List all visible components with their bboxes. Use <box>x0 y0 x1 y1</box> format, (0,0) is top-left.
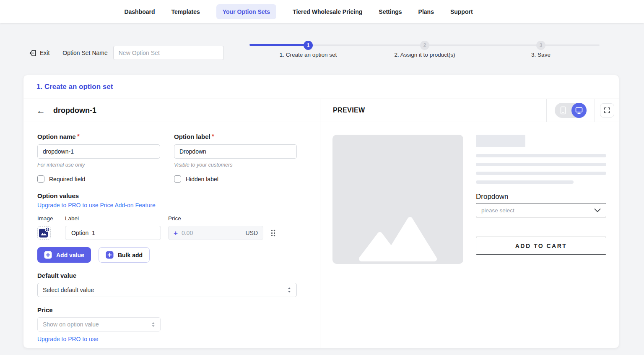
required-field-label: Required field <box>49 176 85 183</box>
column-label: Label <box>65 215 168 222</box>
upgrade-pro-link[interactable]: Upgrade to PRO to use <box>37 336 99 342</box>
option-value-row: + 0.00 USD <box>37 226 306 240</box>
price-heading: Price <box>37 306 306 313</box>
bulk-add-button[interactable]: Bulk add <box>99 247 150 263</box>
checkbox-icon[interactable] <box>37 175 44 183</box>
plus-square-icon <box>44 251 52 259</box>
plus-icon: + <box>174 230 178 237</box>
skeleton-line <box>476 180 574 184</box>
option-label-input[interactable] <box>174 144 297 159</box>
nav-item-templates[interactable]: Templates <box>171 8 200 15</box>
preview-dropdown-select[interactable]: please select <box>476 203 606 217</box>
nav-item-your-option-sets[interactable]: Your Option Sets <box>216 4 276 19</box>
progress-stepper: 1 2 3 1. Create an option set 2. Assign … <box>249 41 600 61</box>
preview-title: PREVIEW <box>320 107 365 114</box>
upload-image-button[interactable] <box>37 226 51 240</box>
preview-dropdown-label: Dropdown <box>476 193 606 201</box>
app-screen: Dashboard Templates Your Option Sets Tie… <box>0 0 644 355</box>
option-set-name-label: Option Set Name <box>62 50 107 56</box>
chevron-down-icon <box>594 209 601 212</box>
nav-item-support[interactable]: Support <box>450 8 473 15</box>
mobile-view-button[interactable] <box>555 106 571 115</box>
select-spinner-icon <box>287 287 291 293</box>
back-arrow-icon[interactable]: ← <box>36 106 45 115</box>
value-label-input[interactable] <box>65 226 161 240</box>
top-navigation: Dashboard Templates Your Option Sets Tie… <box>0 0 644 23</box>
step-label-1: 1. Create an option set <box>280 52 337 58</box>
skeleton-line <box>476 163 606 166</box>
select-spinner-icon <box>151 322 155 327</box>
skeleton-title <box>476 135 525 147</box>
default-value-selected: Select default value <box>43 287 94 293</box>
stepper-progress <box>249 44 309 46</box>
column-image: Image <box>37 215 65 222</box>
editor-form: Option name* For internal use only Optio… <box>23 122 320 342</box>
nav-item-tiered-wholesale-pricing[interactable]: Tiered Wholesale Pricing <box>293 8 362 15</box>
preview-product-info: Dropdown please select ADD TO CART <box>476 135 606 264</box>
mountain-icon <box>358 214 438 263</box>
product-image-placeholder <box>332 135 463 264</box>
image-upload-icon <box>38 227 50 239</box>
price-placeholder: 0.00 <box>182 230 193 236</box>
device-preview-toggle <box>555 103 587 118</box>
option-name-input[interactable] <box>37 144 160 159</box>
hidden-label-checkbox[interactable]: Hidden label <box>174 175 297 183</box>
skeleton-line <box>476 172 606 175</box>
required-asterisk: * <box>212 133 214 140</box>
fullscreen-button[interactable] <box>600 103 614 117</box>
price-display-selected: Show on option value <box>43 321 99 328</box>
option-title: dropdown-1 <box>53 106 96 115</box>
preview-body: Dropdown please select ADD TO CART <box>320 122 619 264</box>
column-price: Price <box>168 215 271 222</box>
toolbar: Exit Option Set Name <box>29 46 224 60</box>
drag-handle-icon[interactable] <box>270 230 276 237</box>
exit-icon <box>29 50 36 57</box>
editor-titlebar: ← dropdown-1 <box>23 99 320 122</box>
option-values-heading: Option values <box>37 192 306 199</box>
hidden-label-label: Hidden label <box>186 176 218 183</box>
preview-panel: PREVIEW <box>320 99 619 348</box>
required-field-checkbox[interactable]: Required field <box>37 175 160 183</box>
nav-item-plans[interactable]: Plans <box>418 8 434 15</box>
mobile-icon <box>560 106 566 115</box>
price-display-select[interactable]: Show on option value <box>37 317 161 332</box>
card-header: 1. Create an option set <box>23 75 619 99</box>
exit-button[interactable]: Exit <box>29 50 49 57</box>
step-dot-3: 3 <box>536 41 545 50</box>
desktop-view-button[interactable] <box>571 103 587 118</box>
nav-item-dashboard[interactable]: Dashboard <box>124 8 155 15</box>
default-value-heading: Default value <box>37 272 306 279</box>
skeleton-line <box>476 154 606 157</box>
bulk-add-label: Bulk add <box>118 252 143 258</box>
checkbox-icon[interactable] <box>174 175 181 183</box>
value-price-field: + 0.00 USD <box>168 226 263 240</box>
nav-item-settings[interactable]: Settings <box>379 8 402 15</box>
option-set-card: 1. Create an option set ← dropdown-1 Opt… <box>23 75 619 348</box>
default-value-select[interactable]: Select default value <box>37 283 297 297</box>
currency-label: USD <box>245 230 258 236</box>
option-set-name-input[interactable] <box>113 46 224 60</box>
preview-select-placeholder: please select <box>481 207 514 214</box>
step-dot-1: 1 <box>304 41 313 50</box>
option-name-helper: For internal use only <box>37 162 160 168</box>
add-value-button[interactable]: Add value <box>37 247 91 263</box>
option-label-helper: Visible to your customers <box>174 162 297 168</box>
option-label-label: Option label <box>174 133 210 140</box>
editor-panel: ← dropdown-1 Option name* For internal u… <box>23 99 320 348</box>
upgrade-pro-link[interactable]: Upgrade to PRO to use Price Add-on Featu… <box>37 202 156 209</box>
fullscreen-icon <box>604 107 610 113</box>
card-title: 1. Create an option set <box>36 83 113 91</box>
step-label-2: 2. Assign it to product(s) <box>395 52 455 58</box>
step-label-3: 3. Save <box>531 52 551 58</box>
add-value-label: Add value <box>56 252 84 258</box>
plus-square-icon <box>106 251 114 259</box>
values-column-headers: Image Label Price <box>37 215 306 222</box>
preview-header: PREVIEW <box>320 99 619 122</box>
desktop-icon <box>575 107 583 114</box>
add-to-cart-button[interactable]: ADD TO CART <box>476 237 606 255</box>
option-name-label: Option name <box>37 133 76 140</box>
step-dot-2: 2 <box>420 41 429 50</box>
exit-label: Exit <box>40 50 49 56</box>
required-asterisk: * <box>77 133 80 140</box>
